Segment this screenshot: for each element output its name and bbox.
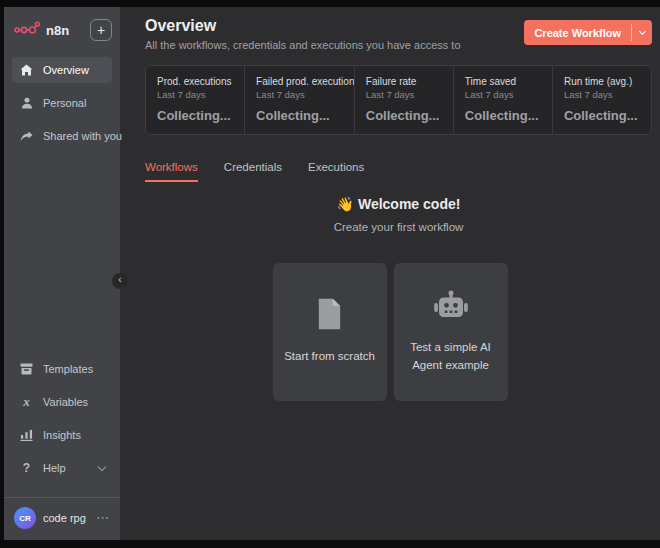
bar-chart-icon	[19, 429, 34, 441]
stat-period: Last 7 days	[564, 89, 640, 100]
add-workflow-button[interactable]: +	[90, 19, 112, 41]
start-from-scratch-card[interactable]: Start from scratch	[273, 263, 387, 401]
sidebar-item-label: Variables	[43, 396, 88, 408]
sidebar-item-label: Personal	[43, 97, 86, 109]
window-frame: n8n + Overview	[0, 0, 660, 548]
create-workflow-dropdown-button[interactable]	[632, 20, 652, 45]
stat-card-failure-rate: Failure rate Last 7 days Collecting...	[354, 66, 453, 134]
tab-bar: Workflows Credentials Executions	[145, 161, 652, 182]
tile-label: Start from scratch	[284, 348, 375, 366]
more-options-icon[interactable]: ⋯	[96, 515, 110, 522]
stat-title: Time saved	[465, 76, 541, 87]
sidebar-item-help[interactable]: ? Help	[12, 455, 112, 481]
stats-strip: Prod. executions Last 7 days Collecting.…	[145, 65, 652, 135]
tile-label: Test a simple AI Agent example	[402, 339, 500, 375]
stat-value: Collecting...	[564, 108, 640, 123]
create-workflow-split-button: Create Workflow	[524, 20, 652, 45]
welcome-title: 👋 Welcome code!	[145, 196, 652, 212]
stat-card-failed-prod-executions: Failed prod. executions Last 7 days Coll…	[244, 66, 354, 134]
sidebar-item-label: Templates	[43, 363, 93, 375]
sidebar-item-variables[interactable]: x Variables	[12, 389, 112, 415]
stat-period: Last 7 days	[465, 89, 541, 100]
sidebar-nav-top: Overview Personal	[4, 49, 120, 157]
variable-x-icon: x	[19, 394, 34, 410]
stat-period: Last 7 days	[366, 89, 442, 100]
sidebar-item-label: Help	[43, 462, 66, 474]
stat-period: Last 7 days	[157, 89, 233, 100]
stat-value: Collecting...	[256, 108, 343, 123]
empty-state: 👋 Welcome code! Create your first workfl…	[145, 196, 652, 233]
stat-card-prod-executions: Prod. executions Last 7 days Collecting.…	[146, 66, 244, 134]
sidebar-item-personal[interactable]: Personal	[12, 90, 112, 116]
tab-credentials[interactable]: Credentials	[224, 161, 282, 182]
sidebar-collapse-button[interactable]: ‹	[112, 273, 128, 289]
stat-card-time-saved: Time saved Last 7 days Collecting...	[453, 66, 552, 134]
stat-value: Collecting...	[157, 108, 233, 123]
stat-card-run-time-avg: Run time (avg.) Last 7 days Collecting..…	[552, 66, 651, 134]
stat-value: Collecting...	[465, 108, 541, 123]
stat-period: Last 7 days	[256, 89, 343, 100]
home-icon	[19, 64, 34, 76]
sidebar: n8n + Overview	[4, 7, 120, 540]
page-title: Overview	[145, 17, 461, 35]
main-content: Overview All the workflows, credentials …	[120, 7, 660, 540]
stat-title: Failed prod. executions	[256, 76, 343, 87]
starter-tiles: Start from scratch Test a simple AI Agen…	[120, 263, 660, 401]
page-subtitle: All the workflows, credentials and execu…	[145, 39, 461, 51]
n8n-logo-icon	[14, 20, 40, 40]
sidebar-item-insights[interactable]: Insights	[12, 422, 112, 448]
tab-workflows[interactable]: Workflows	[145, 161, 198, 182]
robot-icon	[433, 289, 469, 321]
user-name: code rpg	[43, 512, 86, 524]
sidebar-item-label: Shared with you	[43, 130, 122, 142]
stat-title: Run time (avg.)	[564, 76, 640, 87]
welcome-subtitle: Create your first workflow	[145, 221, 652, 233]
user-icon	[19, 97, 34, 109]
sidebar-item-overview[interactable]: Overview	[12, 57, 112, 83]
chevron-down-icon	[98, 462, 106, 470]
page-header: Overview All the workflows, credentials …	[120, 7, 660, 51]
file-icon	[316, 298, 343, 330]
user-menu[interactable]: CR code rpg ⋯	[4, 498, 120, 540]
page-header-text: Overview All the workflows, credentials …	[145, 17, 461, 51]
stat-title: Prod. executions	[157, 76, 233, 87]
stat-title: Failure rate	[366, 76, 442, 87]
app-window: n8n + Overview	[4, 7, 660, 540]
avatar: CR	[14, 507, 36, 529]
chevron-down-icon	[638, 28, 645, 35]
share-arrow-icon	[19, 131, 34, 142]
sidebar-nav-bottom: Templates x Variables	[4, 348, 120, 489]
logo-text: n8n	[46, 23, 69, 38]
logo-row: n8n +	[4, 7, 120, 49]
sidebar-item-label: Overview	[43, 64, 89, 76]
ai-agent-example-card[interactable]: Test a simple AI Agent example	[394, 263, 508, 401]
tab-executions[interactable]: Executions	[308, 161, 364, 182]
sidebar-item-label: Insights	[43, 429, 81, 441]
create-workflow-button[interactable]: Create Workflow	[524, 20, 631, 45]
sidebar-item-shared-with-you[interactable]: Shared with you	[12, 123, 112, 149]
sidebar-bottom: Templates x Variables	[4, 348, 120, 540]
question-mark-icon: ?	[19, 461, 34, 475]
box-icon	[19, 363, 34, 375]
sidebar-item-templates[interactable]: Templates	[12, 356, 112, 382]
stat-value: Collecting...	[366, 108, 442, 123]
